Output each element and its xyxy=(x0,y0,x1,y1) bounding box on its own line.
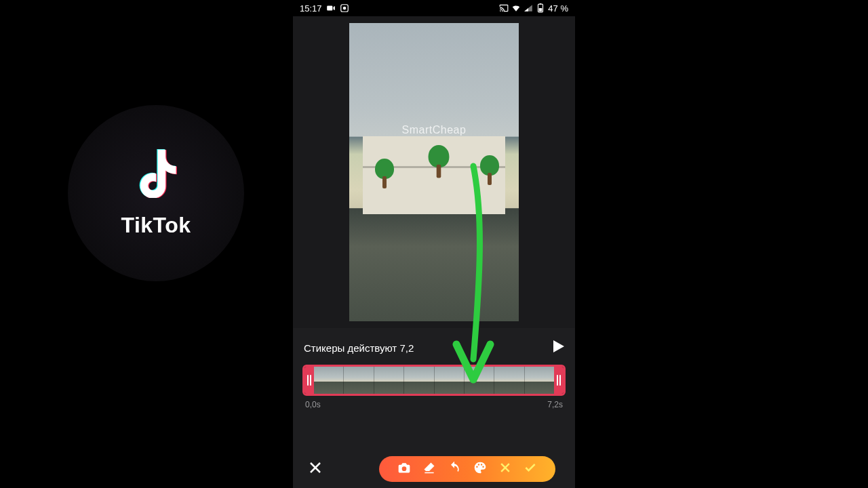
battery-percent: 47 % xyxy=(548,3,568,14)
tree-graphic xyxy=(478,151,501,185)
time-start-label: 0,0s xyxy=(305,400,321,409)
timeline-frame xyxy=(314,367,343,394)
palette-tool-icon[interactable] xyxy=(473,461,487,477)
timeline-frames[interactable] xyxy=(314,367,554,394)
undo-tool-icon[interactable] xyxy=(448,461,461,477)
confirm-tool-icon[interactable] xyxy=(524,461,537,477)
video-camera-icon xyxy=(326,3,336,13)
cancel-tool-icon[interactable] xyxy=(498,461,512,477)
time-end-label: 7,2s xyxy=(547,400,563,409)
sticker-duration-label: Стикеры действуют 7,2 xyxy=(304,342,414,354)
svg-rect-3 xyxy=(539,8,542,12)
tiktok-label: TikTok xyxy=(121,213,191,238)
wifi-icon xyxy=(511,3,521,13)
editor-panel: Стикеры действуют 7,2 xyxy=(293,328,575,488)
timeline-frame xyxy=(494,367,524,394)
timeline-frame xyxy=(524,367,554,394)
camera-frame-icon xyxy=(340,3,349,13)
timeline-frame xyxy=(434,367,464,394)
tool-pill xyxy=(379,456,555,482)
phone-frame: 15:17 47 % xyxy=(293,0,575,488)
bottom-toolbar xyxy=(301,454,567,488)
tiktok-note-icon xyxy=(135,149,177,201)
close-button[interactable] xyxy=(309,462,321,476)
video-preview-area[interactable]: SmartCheap xyxy=(293,16,575,328)
status-bar: 15:17 47 % xyxy=(293,0,575,16)
svg-rect-4 xyxy=(540,3,541,4)
timeline-frame xyxy=(464,367,494,394)
cast-icon xyxy=(499,3,509,13)
timeline-frame xyxy=(403,367,433,394)
tiktok-badge: TikTok xyxy=(68,105,244,281)
timeline-handle-right[interactable] xyxy=(554,367,564,394)
signal-icon xyxy=(524,3,533,13)
timeline-frame xyxy=(374,367,403,394)
tree-graphic xyxy=(373,155,396,188)
timeline-frame xyxy=(343,367,373,394)
camera-tool-icon[interactable] xyxy=(397,461,411,477)
status-time: 15:17 xyxy=(300,3,322,14)
svg-point-1 xyxy=(342,7,346,10)
timeline-handle-left[interactable] xyxy=(304,367,314,394)
play-button[interactable] xyxy=(553,340,564,355)
video-preview[interactable]: SmartCheap xyxy=(349,23,519,321)
battery-icon xyxy=(536,3,545,13)
eraser-tool-icon[interactable] xyxy=(422,461,436,477)
video-watermark: SmartCheap xyxy=(402,124,467,136)
timeline[interactable] xyxy=(302,365,566,396)
tree-graphic xyxy=(426,141,451,178)
